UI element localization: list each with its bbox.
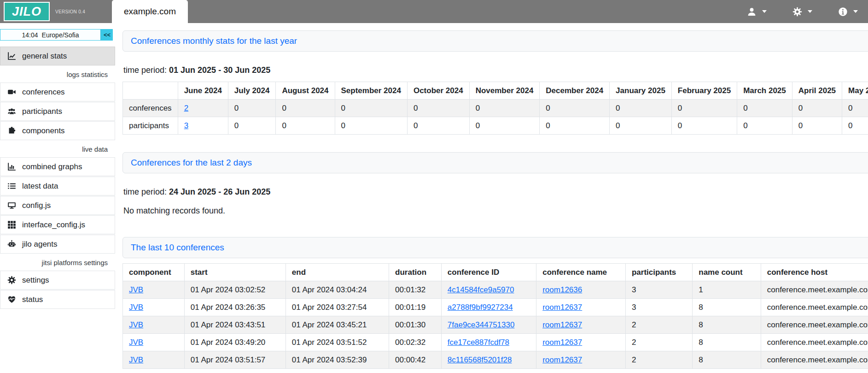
- conference-cell: 01 Apr 2024 03:27:54: [285, 299, 389, 316]
- sidebar-collapse-button[interactable]: <<: [100, 30, 112, 40]
- conference-cell: room12637: [536, 299, 626, 316]
- app-logo[interactable]: JILO: [4, 2, 50, 21]
- conference-name-link[interactable]: room12637: [542, 303, 582, 312]
- users-icon: [7, 107, 16, 116]
- sidebar-item-combined-graphs[interactable]: combined graphs: [0, 157, 115, 176]
- monthly-value-cell: 0: [469, 117, 540, 135]
- user-menu[interactable]: [747, 7, 767, 17]
- sidebar: 14:04 Europe/Sofia << general statslogs …: [0, 23, 115, 373]
- component-link[interactable]: JVB: [129, 338, 143, 347]
- conference-cell: 01 Apr 2024 03:45:21: [285, 316, 389, 334]
- sidebar-item-general-stats[interactable]: general stats: [0, 47, 115, 65]
- component-link[interactable]: JVB: [129, 355, 143, 364]
- monthly-value-cell: 0: [540, 100, 610, 117]
- conference-cell: conference.meet.example.com: [761, 351, 868, 369]
- sidebar-item-jilo-agents[interactable]: jilo agents: [0, 235, 115, 254]
- conference-name-link[interactable]: room12637: [542, 320, 582, 329]
- conference-cell: JVB: [123, 299, 185, 316]
- conference-cell: 8c116568f5201f28: [441, 351, 536, 369]
- conference-cell: room12637: [536, 334, 626, 351]
- monthly-value-cell: 0: [407, 117, 469, 135]
- column-header: conference ID: [441, 264, 536, 281]
- clock-timezone: Europe/Sofia: [42, 31, 79, 39]
- conference-cell: 4c14584fce9a5970: [441, 281, 536, 299]
- month-column-header: November 2024: [469, 82, 540, 100]
- month-column-header: October 2024: [407, 82, 469, 100]
- info-menu[interactable]: [838, 7, 858, 17]
- conference-cell: a2788f9bf9927234: [441, 299, 536, 316]
- sidebar-item-label: general stats: [22, 52, 67, 61]
- sidebar-item-conferences[interactable]: conferences: [0, 83, 115, 101]
- conference-name-link[interactable]: room12637: [542, 338, 582, 347]
- conference-cell: 8: [693, 334, 761, 351]
- sidebar-item-components[interactable]: components: [0, 121, 115, 140]
- month-column-header: February 2025: [671, 82, 737, 100]
- monthly-value-cell: 0: [276, 117, 335, 135]
- monthly-value-cell: 0: [228, 117, 276, 135]
- row-label: participants: [123, 117, 178, 135]
- monthly-value-cell: 0: [671, 100, 737, 117]
- component-link[interactable]: JVB: [129, 320, 143, 329]
- time-period-label: time period:: [123, 65, 167, 75]
- conference-name-link[interactable]: room12636: [542, 285, 582, 294]
- conference-cell: room12636: [536, 281, 626, 299]
- monthly-count-link[interactable]: 2: [184, 104, 188, 112]
- component-link[interactable]: JVB: [129, 303, 143, 312]
- conference-id-link[interactable]: 7fae9ce344751330: [448, 320, 515, 329]
- sidebar-item-label: interface_config.js: [22, 220, 85, 230]
- tab-label: example.com: [124, 6, 176, 17]
- conference-cell: conference.meet.example.com: [761, 299, 868, 316]
- conference-name-link[interactable]: room12637: [542, 355, 582, 364]
- gear-icon: [792, 7, 802, 17]
- conference-cell: JVB: [123, 281, 185, 299]
- card-monthly-stats-header: Conferences monthly stats for the last y…: [122, 30, 868, 52]
- conference-id-link[interactable]: fce17ce887fcdf78: [448, 338, 509, 347]
- settings-menu[interactable]: [792, 7, 812, 17]
- monthly-value-cell: 2: [178, 100, 228, 117]
- sidebar-item-config-js[interactable]: config.js: [0, 196, 115, 215]
- conference-cell: 01 Apr 2024 03:26:35: [184, 299, 285, 316]
- column-header: conference name: [536, 264, 626, 281]
- conference-cell: JVB: [123, 351, 185, 369]
- conference-cell: 1: [693, 281, 761, 299]
- sidebar-item-interface-config-js[interactable]: interface_config.js: [0, 215, 115, 234]
- monthly-value-cell: 0: [737, 117, 792, 135]
- list-icon: [7, 182, 16, 191]
- conference-cell: 00:01:19: [389, 299, 442, 316]
- card-last10-title: The last 10 conferences: [131, 243, 224, 252]
- tab-example-com[interactable]: example.com: [112, 0, 188, 23]
- monthly-value-cell: 0: [792, 100, 842, 117]
- conference-id-link[interactable]: 4c14584fce9a5970: [448, 285, 514, 294]
- component-link[interactable]: JVB: [129, 285, 143, 294]
- monthly-value-cell: 0: [842, 117, 868, 135]
- monthly-value-cell: 0: [335, 100, 407, 117]
- column-header: name count: [693, 264, 761, 281]
- conference-cell: 3: [625, 299, 692, 316]
- table-row: JVB01 Apr 2024 03:26:3501 Apr 2024 03:27…: [123, 299, 868, 316]
- month-column-header: June 2024: [178, 82, 228, 100]
- conference-id-link[interactable]: a2788f9bf9927234: [448, 303, 513, 312]
- caret-down-icon: [808, 10, 812, 13]
- sidebar-item-label: latest data: [22, 182, 58, 191]
- month-column-header: August 2024: [276, 82, 335, 100]
- sidebar-item-settings[interactable]: settings: [0, 271, 115, 290]
- month-column-header: September 2024: [335, 82, 407, 100]
- monthly-value-cell: 0: [540, 117, 610, 135]
- conference-cell: JVB: [123, 334, 185, 351]
- time-period-label: time period:: [123, 187, 167, 196]
- sidebar-item-status[interactable]: status: [0, 290, 115, 309]
- conference-cell: 2: [625, 316, 692, 334]
- user-icon: [747, 7, 757, 17]
- conference-cell: room12637: [536, 316, 626, 334]
- monthly-count-link[interactable]: 3: [184, 121, 188, 130]
- sidebar-item-participants[interactable]: participants: [0, 102, 115, 121]
- monthly-value-cell: 0: [276, 100, 335, 117]
- monthly-value-cell: 0: [407, 100, 469, 117]
- sidebar-item-label: participants: [22, 107, 62, 116]
- sidebar-item-label: combined graphs: [22, 162, 82, 172]
- sidebar-item-label: conferences: [22, 88, 65, 97]
- sidebar-item-latest-data[interactable]: latest data: [0, 177, 115, 195]
- table-row: participants3000000000000: [123, 117, 868, 135]
- topbar: JILO VERSION 0.4 example.com: [0, 0, 868, 23]
- conference-id-link[interactable]: 8c116568f5201f28: [448, 355, 512, 364]
